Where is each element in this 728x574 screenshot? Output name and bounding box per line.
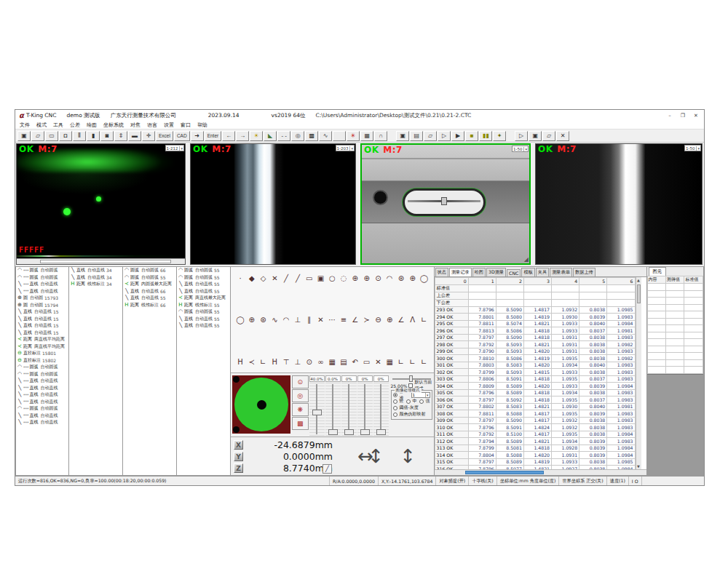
feature-list-item[interactable]: ◠圆弧自动圆弧66 bbox=[123, 267, 176, 274]
feature-list-item[interactable]: ◠***圆弧自动圆弧 bbox=[16, 267, 68, 274]
enter-button[interactable]: Enter bbox=[205, 131, 222, 141]
tab-测量记录[interactable]: 测量记录 bbox=[449, 268, 472, 276]
measure-tool-icon[interactable]: ╱ bbox=[293, 273, 303, 283]
element-row[interactable] bbox=[647, 339, 703, 346]
feature-list-item[interactable]: ◠***圆弧自动圆弧 bbox=[16, 364, 68, 371]
feature-list-item[interactable]: ╲***直线自动直线 bbox=[16, 288, 68, 295]
measure-tool-icon[interactable]: ∥ bbox=[304, 315, 314, 325]
arrow-right-button[interactable]: → bbox=[236, 131, 249, 141]
slider-thumb[interactable] bbox=[312, 410, 322, 415]
menu-item-10[interactable]: 帮助 bbox=[197, 121, 207, 129]
feature-list-item[interactable]: ╲***直线自动直线 bbox=[16, 391, 68, 399]
resize-grip-icon[interactable]: ◢ bbox=[524, 256, 529, 263]
feature-list-item[interactable]: ◠圆弧自动圆弧55 bbox=[177, 267, 230, 274]
feature-list-item[interactable]: ╲直线自动直线15 bbox=[16, 322, 68, 330]
gray-sample-2-button[interactable]: ▬ bbox=[128, 131, 141, 141]
copy-group-button[interactable]: ▤ bbox=[410, 131, 423, 141]
table-row[interactable]: 297 OK7.87978.50901.48181.09310.80381.09… bbox=[435, 334, 635, 341]
measure-tool-icon[interactable]: ▦ bbox=[327, 356, 337, 367]
open-aux-button[interactable]: ▱ bbox=[542, 131, 555, 141]
measure-tool-icon[interactable]: ⊕ bbox=[408, 273, 418, 283]
measure-tool-icon[interactable]: ∿ bbox=[269, 315, 280, 325]
measure-tool-icon[interactable]: ⊥ bbox=[293, 356, 303, 367]
menu-item-7[interactable]: 语言 bbox=[147, 121, 157, 129]
camera3-range-dropdown[interactable]: 1-50 ▾ bbox=[512, 146, 529, 152]
feature-list-item[interactable]: ╲***直线自动直线 bbox=[16, 399, 68, 406]
element-row[interactable] bbox=[647, 298, 703, 305]
table-row[interactable]: 298 OK7.87928.50931.48211.09310.80381.09… bbox=[435, 341, 635, 348]
scroll-down-icon[interactable]: ▼ bbox=[636, 463, 641, 469]
feature-list-item[interactable]: ⊕圆自动圆15793 bbox=[16, 295, 68, 302]
feature-list-item[interactable]: ╲***直线自动直线 bbox=[16, 378, 68, 385]
jog-z-arrows[interactable]: ↕ bbox=[400, 442, 416, 471]
element-row[interactable] bbox=[647, 311, 703, 319]
status-crosshair-toggle[interactable]: 十字线(关) bbox=[469, 477, 497, 485]
feature-list-item[interactable]: ╲直线自动直线55 bbox=[123, 295, 176, 302]
feature-list-item[interactable]: ╲***直线自动直线 bbox=[16, 412, 68, 420]
feature-list-item[interactable]: ╲直线自动直线15 bbox=[16, 330, 68, 337]
element-row[interactable] bbox=[647, 332, 703, 339]
table-row[interactable]: 308 OK7.88118.50881.48171.09350.80391.09… bbox=[435, 410, 635, 418]
table-row[interactable]: 313 OK7.87998.50811.48181.09280.80391.09… bbox=[435, 445, 635, 452]
tab-夹具[interactable]: 夹具 bbox=[536, 268, 549, 276]
menu-item-6[interactable]: 对焦 bbox=[130, 121, 141, 129]
measure-tool-icon[interactable]: ≡ bbox=[339, 315, 349, 325]
selected-cell[interactable] bbox=[647, 284, 665, 291]
measure-tool-icon[interactable]: ⊛ bbox=[258, 315, 269, 325]
table-row[interactable]: 309 OK7.87978.50901.48171.09320.80381.09… bbox=[435, 417, 635, 424]
slider-thumb[interactable] bbox=[344, 429, 354, 435]
xy-zero-button[interactable]: ╱ bbox=[323, 464, 332, 474]
close-button[interactable]: ✕ bbox=[689, 111, 703, 120]
radio-阈值-灰度[interactable] bbox=[393, 406, 397, 410]
measure-tool-icon[interactable]: ▤ bbox=[339, 356, 349, 367]
halftone-button[interactable]: ▩ bbox=[305, 131, 318, 141]
feature-list-item[interactable]: Η距离线性标注66 bbox=[123, 302, 176, 309]
play-aux-button[interactable]: ▷ bbox=[515, 131, 528, 141]
feature-list-item[interactable]: ╲直线自动直线34 bbox=[69, 267, 122, 274]
feature-list-item[interactable]: ╲直线自动直线15 bbox=[16, 308, 68, 316]
table-row[interactable]: 307 OK7.88028.50831.48211.09300.80401.09… bbox=[435, 403, 635, 410]
matrix-code-button[interactable]: ▦ bbox=[360, 131, 373, 141]
measure-tool-icon[interactable]: ⊙ bbox=[304, 356, 314, 367]
tolerance-row[interactable]: 上公差 bbox=[435, 292, 635, 299]
table-vscrollbar[interactable]: ▲ ▼ bbox=[636, 277, 641, 469]
edge-detect-button[interactable]: Ⅱ bbox=[73, 131, 86, 141]
element-row[interactable] bbox=[647, 367, 703, 374]
move-stage-button[interactable]: ✛ bbox=[142, 131, 155, 141]
slider-track[interactable] bbox=[341, 383, 357, 436]
status-io-indicator[interactable]: I O bbox=[629, 477, 642, 485]
feature-list-item[interactable]: ◠圆弧自动圆弧55 bbox=[177, 274, 230, 282]
measure-tool-icon[interactable]: ▣ bbox=[315, 273, 325, 283]
feature-list-item[interactable]: ╲直线自动直线66 bbox=[123, 288, 176, 295]
menu-item-5[interactable]: 坐标系统 bbox=[103, 121, 124, 129]
feature-list-item[interactable]: ╲直线自动直线55 bbox=[177, 288, 230, 295]
measure-tool-icon[interactable]: ○ bbox=[327, 273, 337, 283]
radio-强[interactable] bbox=[419, 399, 424, 404]
region-capture-button[interactable]: ▭ bbox=[45, 131, 58, 141]
tolerance-row[interactable]: 标准值 bbox=[435, 284, 635, 292]
measure-tool-icon[interactable]: ◠ bbox=[281, 315, 291, 325]
send-report-button[interactable]: ➜ bbox=[191, 131, 204, 141]
feature-list-item[interactable]: ◠***圆弧自动圆弧 bbox=[16, 405, 68, 412]
camera-view-3-selected[interactable]: OK M:7 1-50 ▾ ◢ bbox=[360, 143, 531, 265]
table-row[interactable]: 314 OK7.88048.50881.48201.09310.80391.09… bbox=[435, 452, 635, 459]
save-2-button[interactable]: ▣ bbox=[396, 131, 409, 141]
element-row[interactable] bbox=[647, 290, 703, 298]
radio-标准[interactable] bbox=[393, 393, 397, 397]
ring-light-mode-3-button[interactable]: ❋ bbox=[292, 403, 309, 416]
measure-tool-icon[interactable]: ╱ bbox=[281, 273, 291, 283]
element-row[interactable] bbox=[647, 325, 703, 332]
tab-CNC[interactable]: CNC bbox=[507, 269, 521, 276]
measure-tool-icon[interactable]: ▭ bbox=[304, 273, 314, 283]
scroll-up-icon[interactable]: ▲ bbox=[636, 277, 641, 283]
measure-tool-icon[interactable]: ◌ bbox=[339, 273, 349, 283]
menu-item-9[interactable]: 窗口 bbox=[181, 121, 191, 129]
feature-list-item[interactable]: ╲直线自动直线55 bbox=[177, 316, 230, 323]
camera2-range-dropdown[interactable]: 1-203 ▾ bbox=[336, 145, 355, 151]
measure-tool-icon[interactable]: ≺ bbox=[247, 356, 257, 367]
measure-tool-icon[interactable]: ◠ bbox=[384, 273, 395, 283]
slider-track[interactable] bbox=[357, 383, 373, 436]
measure-tool-icon[interactable]: ∟ bbox=[408, 356, 418, 367]
slider-track[interactable] bbox=[309, 383, 325, 436]
ring-light-mode-1-button[interactable]: ⊙ bbox=[292, 375, 309, 388]
